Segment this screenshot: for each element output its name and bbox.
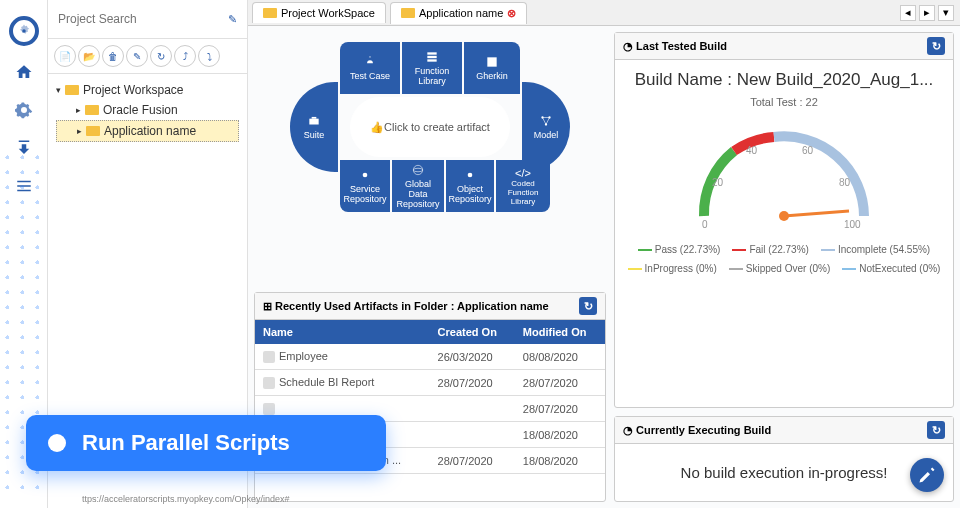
open-button[interactable]: 📂 <box>78 45 100 67</box>
artifact-wheel: Test Case Function Library Gherkin Suite… <box>254 32 606 284</box>
svg-rect-6 <box>312 117 317 119</box>
logo-gear-icon[interactable] <box>9 16 39 46</box>
settings-icon[interactable] <box>12 98 36 122</box>
svg-line-14 <box>784 211 849 216</box>
folder-icon <box>263 8 277 18</box>
run-parallel-banner: Run Parallel Scripts <box>26 415 386 471</box>
seg-function-library[interactable]: Function Library <box>402 42 462 94</box>
sidebar-toolbar: 📄 📂 🗑 ✎ ↻ ⤴ ⤵ <box>48 39 247 74</box>
svg-rect-3 <box>427 59 436 61</box>
edit-button[interactable]: ✎ <box>126 45 148 67</box>
banner-dot-icon <box>48 434 66 452</box>
seg-service-repo[interactable]: Service Repository <box>340 160 390 212</box>
legend-item: Skipped Over (0%) <box>729 263 830 274</box>
gauge-icon: ◔ <box>623 40 633 52</box>
tab-project-workspace[interactable]: Project WorkSpace <box>252 2 386 23</box>
executing-build-panel: ◔ Currently Executing Build ↻ No build e… <box>614 416 954 502</box>
tab-prev-button[interactable]: ◂ <box>900 5 916 21</box>
seg-test-case[interactable]: Test Case <box>340 42 400 94</box>
table-row[interactable]: Employee26/03/202008/08/2020 <box>255 344 605 370</box>
svg-point-12 <box>413 168 422 172</box>
new-button[interactable]: 📄 <box>54 45 76 67</box>
folder-icon <box>85 105 99 115</box>
seg-global-data[interactable]: Global Data Repository <box>392 160 444 212</box>
svg-point-15 <box>779 211 789 221</box>
folder-icon <box>401 8 415 18</box>
upload-button[interactable]: ⤴ <box>174 45 196 67</box>
grid-icon: ⊞ <box>263 300 272 312</box>
download-button[interactable]: ⤵ <box>198 45 220 67</box>
svg-point-10 <box>363 173 368 178</box>
footer-url: ttps://acceleratorscripts.myopkey.com/Op… <box>82 494 289 504</box>
delete-button[interactable]: 🗑 <box>102 45 124 67</box>
folder-icon <box>86 126 100 136</box>
svg-rect-2 <box>427 56 436 58</box>
exec-message: No build execution in-progress! <box>615 444 953 501</box>
tab-next-button[interactable]: ▸ <box>919 5 935 21</box>
tabs-bar: Project WorkSpace Application name ⊗ ◂ ▸… <box>248 0 960 26</box>
build-gauge: 0 20 40 60 80 100 <box>684 116 884 236</box>
tree-root[interactable]: ▾ Project Workspace <box>56 80 239 100</box>
tree-item-application[interactable]: ▸ Application name <box>56 120 239 142</box>
edit-icon[interactable]: ✎ <box>228 13 237 26</box>
seg-suite[interactable]: Suite <box>290 82 338 172</box>
search-input[interactable] <box>58 12 228 26</box>
legend-item: NotExecuted (0%) <box>842 263 940 274</box>
build-name: Build Name : New Build_2020_Aug_1... <box>625 70 943 90</box>
build-legend: Pass (22.73%)Fail (22.73%)Incomplete (54… <box>625 244 943 274</box>
seg-object-repo[interactable]: Object Repository <box>446 160 494 212</box>
tree-item-oracle[interactable]: ▸ Oracle Fusion <box>56 100 239 120</box>
svg-point-13 <box>468 173 473 178</box>
gauge-icon: ◔ <box>623 424 633 436</box>
wheel-center-button[interactable]: 👍 Click to create artifact <box>350 97 510 157</box>
svg-text:80: 80 <box>839 177 851 188</box>
col-modified[interactable]: Modified On <box>515 320 605 344</box>
build-total: Total Test : 22 <box>625 96 943 108</box>
col-name[interactable]: Name <box>255 320 430 344</box>
tab-application-name[interactable]: Application name ⊗ <box>390 2 527 24</box>
col-created[interactable]: Created On <box>430 320 515 344</box>
svg-rect-4 <box>487 57 496 66</box>
legend-item: Pass (22.73%) <box>638 244 721 255</box>
svg-text:60: 60 <box>802 145 814 156</box>
svg-text:100: 100 <box>844 219 861 230</box>
home-icon[interactable] <box>12 60 36 84</box>
refresh-button[interactable]: ↻ <box>150 45 172 67</box>
folder-icon <box>65 85 79 95</box>
svg-text:20: 20 <box>712 177 724 188</box>
close-tab-icon[interactable]: ⊗ <box>507 7 516 20</box>
svg-rect-5 <box>309 119 318 125</box>
svg-point-11 <box>413 165 422 174</box>
fab-launch-button[interactable] <box>910 458 944 492</box>
svg-rect-1 <box>427 52 436 54</box>
seg-model[interactable]: Model <box>522 82 570 172</box>
table-row[interactable]: Schedule BI Report28/07/202028/07/2020 <box>255 370 605 396</box>
legend-item: InProgress (0%) <box>628 263 717 274</box>
legend-item: Fail (22.73%) <box>732 244 808 255</box>
refresh-exec-button[interactable]: ↻ <box>927 421 945 439</box>
svg-text:0: 0 <box>702 219 708 230</box>
refresh-artifacts-button[interactable]: ↻ <box>579 297 597 315</box>
refresh-build-button[interactable]: ↻ <box>927 37 945 55</box>
legend-item: Incomplete (54.55%) <box>821 244 930 255</box>
seg-coded-func[interactable]: </>Coded Function Library <box>496 160 550 212</box>
svg-text:40: 40 <box>746 145 758 156</box>
tab-menu-button[interactable]: ▾ <box>938 5 954 21</box>
project-tree: ▾ Project Workspace ▸ Oracle Fusion ▸ Ap… <box>48 74 247 148</box>
seg-gherkin[interactable]: Gherkin <box>464 42 520 94</box>
last-build-panel: ◔ Last Tested Build ↻ Build Name : New B… <box>614 32 954 408</box>
